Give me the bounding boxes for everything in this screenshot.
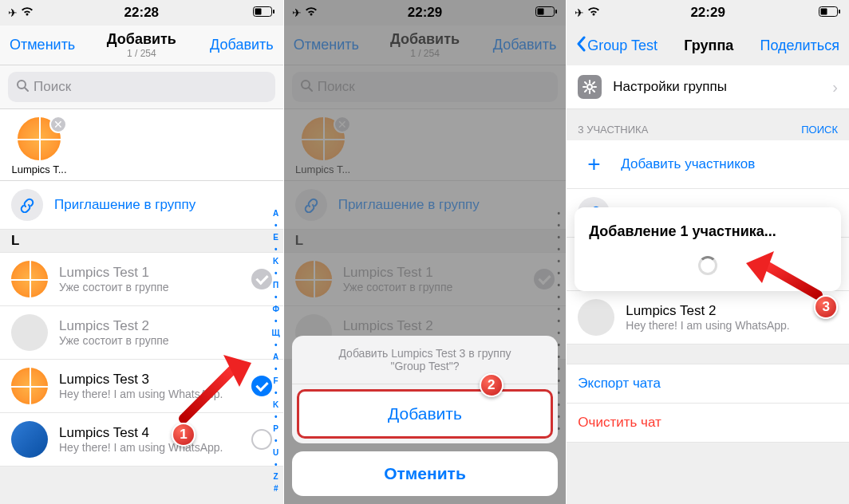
screen-group-info: ✈︎ 22:29 Group Test Группа Поделиться На… — [566, 0, 849, 504]
sheet-cancel-button[interactable]: Отменить — [292, 451, 559, 496]
status-time: 22:29 — [567, 5, 849, 21]
nav-count: 1 / 254 — [81, 48, 202, 59]
navbar: Group Test Группа Поделиться — [567, 26, 849, 65]
back-button[interactable]: Group Test — [576, 36, 657, 56]
add-button[interactable]: Добавить — [202, 37, 274, 53]
plus-icon: + — [578, 148, 610, 180]
invite-link-row[interactable]: Приглашение в группу — [0, 181, 283, 230]
contact-avatar — [11, 421, 48, 458]
add-member-label: Добавить участников — [621, 156, 755, 172]
selected-contact-chip[interactable]: ✕ Lumpics T... — [11, 117, 67, 175]
hud-message: Добавление 1 участника... — [589, 223, 827, 240]
chevron-right-icon: › — [832, 78, 838, 96]
cancel-button[interactable]: Отменить — [10, 37, 81, 53]
section-header-L: L — [0, 230, 283, 253]
search-input[interactable]: Поиск — [8, 72, 275, 102]
export-chat-button[interactable]: Экспорт чата — [567, 364, 849, 404]
link-icon — [11, 189, 43, 221]
contact-row[interactable]: Lumpics Test 3 Hey there! I am using Wha… — [0, 360, 283, 413]
contact-name: Lumpics Test 4 — [59, 425, 240, 441]
add-member-row[interactable]: + Добавить участников — [567, 140, 849, 189]
contact-avatar — [11, 368, 48, 404]
member-status: Hey there! I am using WhatsApp. — [626, 319, 838, 332]
contact-row[interactable]: Lumpics Test 2 Уже состоит в группе — [0, 306, 283, 360]
share-button[interactable]: Поделиться — [760, 37, 839, 54]
checkmark-icon[interactable] — [251, 376, 272, 396]
members-search-button[interactable]: ПОИСК — [801, 124, 838, 136]
nav-title: Группа — [657, 37, 760, 54]
invite-link-text: Приглашение в группу — [54, 197, 195, 213]
status-bar: ✈︎ 22:28 — [0, 0, 283, 26]
contact-avatar — [11, 314, 48, 351]
chip-name: Lumpics T... — [11, 163, 67, 175]
screen-confirm-sheet: ✈︎ 22:29 Отменить Добавить 1 / 254 Добав… — [283, 0, 567, 504]
screen-add-contacts: ✈︎ 22:28 Отменить Добавить 1 / 254 Добав… — [0, 0, 283, 504]
settings-label: Настройки группы — [613, 79, 821, 95]
contact-avatar — [11, 261, 48, 297]
gear-icon — [578, 75, 602, 99]
search-wrap: Поиск — [0, 65, 283, 109]
contact-row[interactable]: Lumpics Test 1 Уже состоит в группе — [0, 253, 283, 306]
search-icon — [16, 79, 29, 96]
members-header: 3 УЧАСТНИКА ПОИСК — [567, 109, 849, 140]
nav-title: Добавить — [81, 31, 202, 48]
contact-status: Уже состоит в группе — [59, 281, 240, 293]
selected-chips: ✕ Lumpics T... — [0, 109, 283, 181]
sheet-add-button[interactable]: Добавить — [297, 389, 554, 439]
member-avatar — [578, 299, 614, 336]
index-bar[interactable]: A•E•K•П•Ф•Щ•A•F•K•P•U•Z# — [270, 207, 282, 494]
action-sheet: Добавить Lumpics Test 3 в группу "Group … — [292, 336, 559, 496]
contact-name: Lumpics Test 1 — [59, 265, 240, 281]
navbar: Отменить Добавить 1 / 254 Добавить — [0, 26, 283, 65]
contact-status: Уже состоит в группе — [59, 334, 272, 347]
status-bar: ✈︎ 22:29 — [567, 0, 849, 26]
group-settings-row[interactable]: Настройки группы › — [567, 65, 849, 109]
spinner-icon — [698, 256, 717, 275]
annotation-badge-1: 1 — [172, 423, 195, 447]
status-time: 22:28 — [0, 5, 283, 21]
contact-name: Lumpics Test 2 — [59, 318, 272, 334]
member-row[interactable]: Lumpics Test 2 Hey there! I am using Wha… — [567, 291, 849, 345]
member-name: Lumpics Test 2 — [626, 303, 838, 319]
contact-status: Hey there! I am using WhatsApp. — [59, 388, 240, 400]
search-placeholder: Поиск — [34, 79, 71, 95]
contact-name: Lumpics Test 3 — [59, 372, 240, 388]
clear-chat-button[interactable]: Очистить чат — [567, 404, 849, 443]
checkmark-icon[interactable] — [251, 429, 272, 450]
sheet-message: Добавить Lumpics Test 3 в группу "Group … — [292, 336, 559, 384]
annotation-badge-2: 2 — [480, 373, 503, 397]
chevron-left-icon — [576, 36, 586, 56]
progress-hud: Добавление 1 участника... — [575, 207, 841, 291]
svg-line-4 — [25, 88, 28, 91]
checkmark-icon — [251, 269, 272, 289]
contact-status: Hey there! I am using WhatsApp. — [59, 441, 240, 454]
contact-row[interactable]: Lumpics Test 4 Hey there! I am using Wha… — [0, 413, 283, 467]
svg-point-14 — [587, 85, 592, 89]
chip-remove-icon[interactable]: ✕ — [49, 116, 67, 133]
